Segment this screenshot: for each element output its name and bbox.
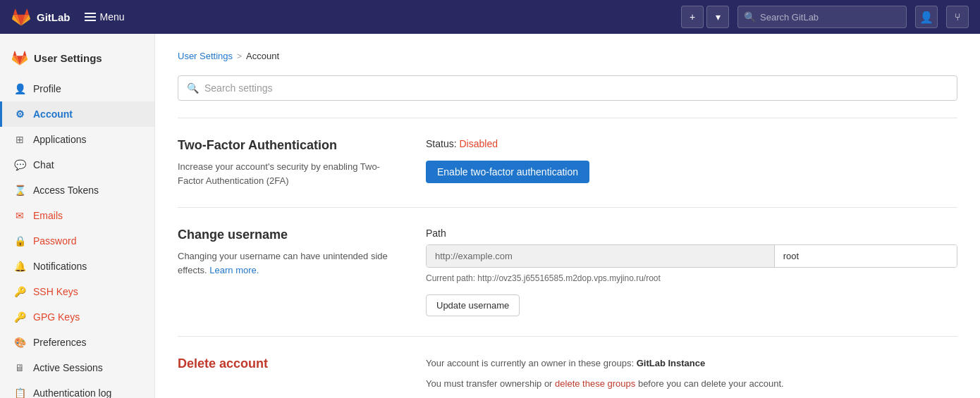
path-input-group: http://example.com (426, 244, 957, 268)
breadcrumb-current: Account (246, 51, 279, 61)
profile-icon: 👤 (13, 82, 26, 95)
app-name: GitLab (37, 11, 71, 23)
active-sessions-icon: 🖥 (13, 361, 26, 374)
sidebar-item-label: GPG Keys (33, 311, 80, 323)
delete-account-desc2: You must transfer ownership or delete th… (426, 377, 957, 392)
sidebar-item-label: Access Tokens (33, 185, 99, 196)
two-factor-left: Two-Factor Authentication Increase your … (178, 138, 403, 187)
breadcrumb: User Settings > Account (178, 51, 957, 61)
change-username-section: Change username Changing your username c… (178, 207, 957, 336)
chat-icon: 💬 (13, 158, 26, 171)
sidebar-item-label: Chat (33, 159, 54, 170)
hamburger-icon (85, 13, 96, 21)
current-path-text: Current path: http://ovz35.j65516585.m2d… (426, 273, 957, 283)
sidebar: User Settings 👤 Profile ⚙ Account ⊞ Appl… (0, 34, 155, 398)
breadcrumb-separator: > (237, 51, 242, 61)
sidebar-title: User Settings (0, 42, 154, 76)
sidebar-item-password[interactable]: 🔒 Password (0, 228, 154, 254)
change-username-description: Changing your username can have unintend… (178, 249, 403, 277)
gitlab-logo-link[interactable]: GitLab (11, 7, 71, 27)
sidebar-item-notifications[interactable]: 🔔 Notifications (0, 254, 154, 279)
delete-account-left: Delete account (178, 356, 403, 392)
sidebar-item-profile[interactable]: 👤 Profile (0, 76, 154, 101)
enable-2fa-button[interactable]: Enable two-factor authentication (426, 161, 589, 183)
sidebar-title-text: User Settings (34, 52, 102, 64)
top-navigation: GitLab Menu + ▾ 🔍 👤 ⑂ (0, 0, 980, 34)
status-label: Status: (426, 138, 457, 149)
password-icon: 🔒 (13, 235, 26, 247)
sidebar-item-preferences[interactable]: 🎨 Preferences (0, 330, 154, 355)
delete-account-line2-prefix: You must transfer ownership or (426, 378, 552, 389)
two-factor-description: Increase your account's security by enab… (178, 160, 403, 187)
sidebar-item-label: Active Sessions (33, 362, 103, 373)
sidebar-item-applications[interactable]: ⊞ Applications (0, 127, 154, 152)
sidebar-item-chat[interactable]: 💬 Chat (0, 152, 154, 178)
plus-chevron-button[interactable]: ▾ (706, 6, 729, 28)
access-tokens-icon: ⌛ (13, 184, 26, 197)
delete-account-group-name: GitLab Instance (637, 358, 706, 368)
account-icon: ⚙ (13, 108, 26, 120)
sidebar-item-label: Applications (33, 134, 87, 145)
delete-account-section: Delete account Your account is currently… (178, 336, 957, 398)
emails-icon: ✉ (13, 209, 26, 222)
sidebar-item-active-sessions[interactable]: 🖥 Active Sessions (0, 355, 154, 380)
search-icon: 🔍 (744, 11, 756, 23)
sidebar-item-label: Authentication log (33, 387, 111, 398)
sidebar-item-account[interactable]: ⚙ Account (0, 101, 154, 127)
menu-label: Menu (100, 11, 125, 23)
sidebar-item-gpg-keys[interactable]: 🔑 GPG Keys (0, 304, 154, 330)
delete-account-right: Your account is currently an owner in th… (426, 356, 957, 392)
delete-account-title: Delete account (178, 356, 403, 371)
plus-button-group: + ▾ (681, 6, 729, 28)
delete-account-line1-prefix: Your account is currently an owner in th… (426, 358, 634, 368)
sidebar-item-label: Account (33, 108, 73, 120)
search-settings-field[interactable]: 🔍 (178, 75, 957, 101)
sidebar-item-label: Preferences (33, 337, 86, 348)
delete-account-desc1: Your account is currently an owner in th… (426, 356, 957, 371)
status-value: Disabled (459, 138, 497, 149)
global-search[interactable]: 🔍 (737, 6, 907, 28)
search-settings-input[interactable] (204, 82, 948, 94)
path-base-display: http://example.com (427, 245, 775, 267)
preferences-icon: 🎨 (13, 336, 26, 349)
path-label: Path (426, 228, 957, 239)
sidebar-item-label: Profile (33, 83, 61, 94)
applications-icon: ⊞ (13, 133, 26, 146)
search-input[interactable] (760, 12, 900, 23)
sidebar-item-access-tokens[interactable]: ⌛ Access Tokens (0, 178, 154, 203)
sidebar-item-label: SSH Keys (33, 286, 78, 297)
search-settings-icon: 🔍 (187, 82, 199, 94)
two-factor-title: Two-Factor Authentication (178, 138, 403, 153)
two-factor-status-line: Status: Disabled (426, 138, 957, 149)
update-username-button[interactable]: Update username (426, 294, 520, 316)
sidebar-item-label: Notifications (33, 261, 87, 272)
sidebar-item-label: Emails (33, 210, 63, 221)
change-username-title: Change username (178, 228, 403, 242)
two-factor-right: Status: Disabled Enable two-factor authe… (426, 138, 957, 187)
learn-more-link[interactable]: Learn more. (209, 265, 259, 275)
notifications-icon: 🔔 (13, 260, 26, 273)
sidebar-item-emails[interactable]: ✉ Emails (0, 203, 154, 228)
change-username-right: Path http://example.com Current path: ht… (426, 228, 957, 316)
fork-icon-button[interactable]: ⑂ (946, 6, 969, 28)
gpg-keys-icon: 🔑 (13, 311, 26, 323)
menu-button[interactable]: Menu (79, 8, 130, 25)
main-content: User Settings > Account 🔍 Two-Factor Aut… (155, 34, 980, 398)
sidebar-item-ssh-keys[interactable]: 🔑 SSH Keys (0, 279, 154, 304)
change-username-left: Change username Changing your username c… (178, 228, 403, 316)
two-factor-section: Two-Factor Authentication Increase your … (178, 118, 957, 207)
page-layout: User Settings 👤 Profile ⚙ Account ⊞ Appl… (0, 34, 980, 398)
plus-button[interactable]: + (681, 6, 704, 28)
delete-account-line2-suffix: before you can delete your account. (638, 378, 784, 389)
profile-icon-button[interactable]: 👤 (915, 6, 938, 28)
ssh-keys-icon: 🔑 (13, 285, 26, 298)
username-input[interactable] (775, 245, 957, 267)
search-settings-container: 🔍 (178, 75, 957, 101)
sidebar-item-authentication-log[interactable]: 📋 Authentication log (0, 380, 154, 398)
breadcrumb-parent-link[interactable]: User Settings (178, 51, 233, 61)
delete-groups-link[interactable]: delete these groups (555, 378, 635, 389)
sidebar-item-label: Password (33, 235, 76, 247)
authentication-log-icon: 📋 (13, 387, 26, 398)
